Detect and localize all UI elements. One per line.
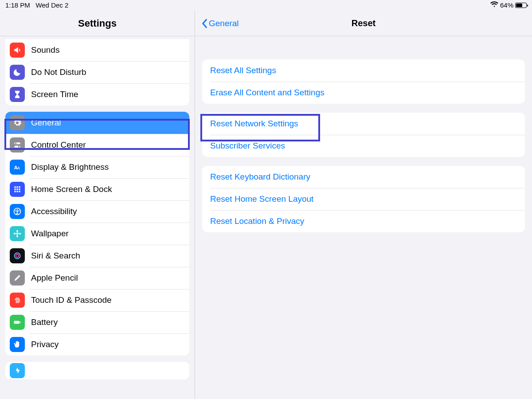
svg-rect-6 — [14, 186, 16, 188]
sidebar-item-label: Display & Brightness — [31, 162, 109, 172]
sidebar-item-label: Privacy — [31, 340, 59, 349]
sidebar-item-accessibility[interactable]: Accessibility — [5, 200, 189, 223]
sidebar-item-label: Accessibility — [31, 207, 77, 216]
reset-group-2: Reset Keyboard Dictionary Reset Home Scr… — [202, 166, 525, 232]
svg-point-2 — [15, 143, 16, 144]
hand-icon — [10, 337, 25, 352]
sidebar-item-next[interactable] — [5, 362, 189, 379]
sidebar-item-label: Wallpaper — [31, 229, 69, 239]
reset-group-0: Reset All Settings Erase All Content and… — [202, 59, 525, 104]
battery-pct: 64% — [500, 0, 513, 11]
status-bar: 1:18 PM Wed Dec 2 64% — [0, 0, 532, 11]
sidebar-group-0: Sounds Do Not Disturb Screen Time — [5, 39, 189, 106]
text-size-icon: AA — [10, 160, 25, 175]
sidebar-item-label: Apple Pencil — [31, 273, 78, 283]
reset-location-privacy[interactable]: Reset Location & Privacy — [202, 210, 525, 232]
reset-network-settings[interactable]: Reset Network Settings — [202, 113, 525, 135]
sidebar-item-label: Siri & Search — [31, 251, 80, 261]
sidebar-item-wallpaper[interactable]: Wallpaper — [5, 223, 189, 245]
svg-rect-24 — [14, 321, 20, 324]
svg-rect-8 — [19, 186, 20, 188]
chevron-left-icon — [201, 19, 207, 28]
svg-rect-12 — [14, 191, 16, 192]
detail-pane: General Reset Reset All Settings Erase A… — [195, 11, 532, 399]
sidebar-item-homescreen[interactable]: Home Screen & Dock — [5, 178, 189, 200]
svg-point-20 — [14, 233, 16, 235]
svg-rect-13 — [16, 191, 18, 192]
battery-row-icon — [10, 315, 25, 330]
moon-icon — [10, 65, 25, 80]
sidebar-item-label: Do Not Disturb — [31, 67, 86, 77]
sidebar-item-dnd[interactable]: Do Not Disturb — [5, 61, 189, 83]
sidebar-group-1: General Control Center AA Display & Brig… — [5, 112, 189, 356]
sidebar-item-label: Screen Time — [31, 90, 78, 99]
svg-rect-11 — [19, 188, 20, 190]
svg-point-22 — [14, 253, 20, 258]
reset-group-1: Reset Network Settings Subscriber Servic… — [202, 113, 525, 157]
back-label: General — [209, 19, 239, 28]
svg-point-17 — [16, 233, 19, 235]
flower-icon — [10, 226, 25, 241]
sidebar-item-touchid[interactable]: Touch ID & Passcode — [5, 289, 189, 311]
sidebar-item-privacy[interactable]: Privacy — [5, 333, 189, 356]
back-button[interactable]: General — [201, 11, 239, 36]
appstore-icon — [10, 363, 25, 378]
sidebar-item-battery[interactable]: Battery — [5, 311, 189, 333]
reset-keyboard-dictionary[interactable]: Reset Keyboard Dictionary — [202, 166, 525, 188]
sidebar-item-label: Battery — [31, 317, 58, 327]
sidebar-item-siri[interactable]: Siri & Search — [5, 245, 189, 267]
svg-rect-25 — [20, 321, 21, 323]
subscriber-services[interactable]: Subscriber Services — [202, 135, 525, 157]
svg-point-16 — [17, 209, 18, 211]
sounds-icon — [10, 43, 25, 58]
reset-home-screen-layout[interactable]: Reset Home Screen Layout — [202, 188, 525, 210]
sidebar-item-pencil[interactable]: Apple Pencil — [5, 267, 189, 289]
sidebar-titlebar: Settings — [0, 11, 195, 36]
siri-icon — [10, 248, 25, 263]
switches-icon — [10, 137, 25, 153]
sidebar-item-screentime[interactable]: Screen Time — [5, 83, 189, 106]
svg-point-19 — [16, 235, 18, 237]
sidebar-item-display[interactable]: AA Display & Brightness — [5, 156, 189, 178]
sidebar-item-general[interactable]: General — [5, 112, 189, 134]
fingerprint-icon — [10, 293, 25, 308]
gear-icon — [10, 115, 25, 130]
sidebar-item-controlcenter[interactable]: Control Center — [5, 134, 189, 156]
svg-point-3 — [18, 146, 20, 147]
svg-point-18 — [16, 230, 18, 232]
svg-point-21 — [19, 233, 21, 235]
svg-rect-9 — [14, 188, 16, 190]
sidebar-title: Settings — [78, 18, 117, 29]
sidebar-item-label: Touch ID & Passcode — [31, 295, 112, 305]
sidebar-group-2 — [5, 362, 189, 379]
sidebar-item-label: Sounds — [31, 45, 59, 55]
reset-all-settings[interactable]: Reset All Settings — [202, 59, 525, 82]
status-time: 1:18 PM — [5, 1, 30, 9]
svg-rect-10 — [16, 188, 18, 190]
svg-rect-7 — [16, 186, 18, 188]
erase-all-content[interactable]: Erase All Content and Settings — [202, 82, 525, 104]
sidebar-item-sounds[interactable]: Sounds — [5, 39, 189, 61]
sidebar-item-label: General — [31, 118, 61, 128]
settings-sidebar: Settings Sounds Do Not Disturb Screen — [0, 11, 195, 399]
grid-icon — [10, 182, 25, 197]
svg-rect-14 — [19, 191, 20, 192]
wifi-icon — [490, 0, 498, 11]
sidebar-item-label: Home Screen & Dock — [31, 184, 112, 194]
pencil-icon — [10, 270, 25, 286]
battery-icon — [515, 3, 527, 8]
status-date: Wed Dec 2 — [35, 1, 68, 9]
detail-titlebar: General Reset — [195, 11, 532, 36]
hourglass-icon — [10, 87, 25, 102]
accessibility-icon — [10, 204, 25, 219]
sidebar-item-label: Control Center — [31, 140, 86, 150]
svg-point-23 — [16, 254, 19, 258]
detail-title: Reset — [352, 18, 376, 28]
svg-text:A: A — [17, 166, 20, 170]
